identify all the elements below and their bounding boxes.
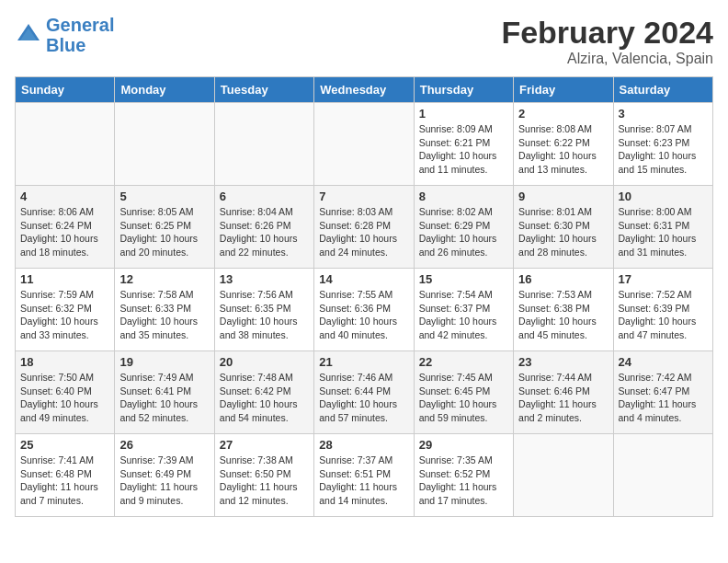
calendar-cell: 11Sunrise: 7:59 AM Sunset: 6:32 PM Dayli… [16, 269, 115, 351]
day-number: 2 [518, 107, 608, 121]
calendar-cell: 18Sunrise: 7:50 AM Sunset: 6:40 PM Dayli… [16, 351, 115, 434]
day-info: Sunrise: 7:59 AM Sunset: 6:32 PM Dayligh… [20, 288, 109, 342]
day-info: Sunrise: 8:06 AM Sunset: 6:24 PM Dayligh… [20, 205, 109, 259]
calendar-week-5: 25Sunrise: 7:41 AM Sunset: 6:48 PM Dayli… [16, 434, 713, 517]
calendar-body: 1Sunrise: 8:09 AM Sunset: 6:21 PM Daylig… [16, 103, 713, 517]
col-friday: Friday [514, 77, 613, 103]
calendar-cell: 26Sunrise: 7:39 AM Sunset: 6:49 PM Dayli… [115, 434, 214, 517]
day-info: Sunrise: 7:55 AM Sunset: 6:36 PM Dayligh… [319, 288, 408, 342]
day-info: Sunrise: 8:03 AM Sunset: 6:28 PM Dayligh… [319, 205, 408, 259]
calendar-week-3: 11Sunrise: 7:59 AM Sunset: 6:32 PM Dayli… [16, 269, 713, 351]
day-info: Sunrise: 7:52 AM Sunset: 6:39 PM Dayligh… [619, 288, 708, 342]
day-number: 26 [119, 438, 209, 452]
day-number: 14 [319, 272, 408, 286]
day-number: 20 [220, 355, 309, 369]
day-number: 28 [319, 438, 408, 452]
day-info: Sunrise: 7:45 AM Sunset: 6:45 PM Dayligh… [419, 371, 508, 425]
day-number: 25 [20, 438, 109, 452]
col-sunday: Sunday [16, 77, 115, 103]
calendar-cell: 16Sunrise: 7:53 AM Sunset: 6:38 PM Dayli… [514, 269, 613, 351]
day-info: Sunrise: 7:41 AM Sunset: 6:48 PM Dayligh… [20, 454, 109, 508]
day-number: 11 [20, 272, 109, 286]
day-info: Sunrise: 7:48 AM Sunset: 6:42 PM Dayligh… [220, 371, 309, 425]
day-number: 5 [119, 190, 209, 203]
day-info: Sunrise: 7:42 AM Sunset: 6:47 PM Dayligh… [619, 371, 708, 425]
day-info: Sunrise: 8:04 AM Sunset: 6:26 PM Dayligh… [220, 205, 309, 259]
day-info: Sunrise: 8:05 AM Sunset: 6:25 PM Dayligh… [119, 205, 209, 259]
day-number: 4 [20, 190, 109, 203]
col-saturday: Saturday [613, 77, 712, 103]
calendar-week-1: 1Sunrise: 8:09 AM Sunset: 6:21 PM Daylig… [16, 103, 713, 186]
calendar-cell [16, 103, 115, 186]
day-info: Sunrise: 7:39 AM Sunset: 6:49 PM Dayligh… [119, 454, 209, 508]
calendar-cell: 19Sunrise: 7:49 AM Sunset: 6:41 PM Dayli… [115, 351, 214, 434]
calendar-cell [214, 103, 313, 186]
calendar-cell: 3Sunrise: 8:07 AM Sunset: 6:23 PM Daylig… [613, 103, 712, 186]
calendar-cell: 6Sunrise: 8:04 AM Sunset: 6:26 PM Daylig… [214, 186, 313, 269]
day-info: Sunrise: 7:50 AM Sunset: 6:40 PM Dayligh… [20, 371, 109, 425]
calendar-cell: 29Sunrise: 7:35 AM Sunset: 6:52 PM Dayli… [414, 434, 513, 517]
day-number: 8 [419, 190, 508, 203]
calendar-header: Sunday Monday Tuesday Wednesday Thursday… [16, 77, 713, 103]
day-info: Sunrise: 7:38 AM Sunset: 6:50 PM Dayligh… [220, 454, 309, 508]
logo-icon [15, 21, 42, 49]
col-wednesday: Wednesday [314, 77, 414, 103]
day-info: Sunrise: 8:00 AM Sunset: 6:31 PM Dayligh… [619, 205, 708, 259]
day-number: 18 [20, 355, 109, 369]
col-thursday: Thursday [414, 77, 513, 103]
calendar-cell: 25Sunrise: 7:41 AM Sunset: 6:48 PM Dayli… [16, 434, 115, 517]
calendar-cell: 22Sunrise: 7:45 AM Sunset: 6:45 PM Dayli… [414, 351, 513, 434]
calendar-cell [613, 434, 712, 517]
calendar-cell: 28Sunrise: 7:37 AM Sunset: 6:51 PM Dayli… [314, 434, 414, 517]
day-number: 12 [119, 272, 209, 286]
calendar-week-4: 18Sunrise: 7:50 AM Sunset: 6:40 PM Dayli… [16, 351, 713, 434]
day-number: 27 [220, 438, 309, 452]
calendar-cell: 17Sunrise: 7:52 AM Sunset: 6:39 PM Dayli… [613, 269, 712, 351]
calendar-cell [314, 103, 414, 186]
calendar-cell [115, 103, 214, 186]
day-info: Sunrise: 7:49 AM Sunset: 6:41 PM Dayligh… [119, 371, 209, 425]
location-subtitle: Alzira, Valencia, Spain [501, 51, 713, 67]
day-info: Sunrise: 7:56 AM Sunset: 6:35 PM Dayligh… [220, 288, 309, 342]
logo-line2: Blue [46, 35, 85, 55]
day-number: 21 [319, 355, 408, 369]
day-number: 3 [619, 107, 708, 121]
day-number: 7 [319, 190, 408, 203]
day-info: Sunrise: 7:35 AM Sunset: 6:52 PM Dayligh… [419, 454, 508, 508]
logo-line1: General [46, 15, 114, 35]
day-info: Sunrise: 7:46 AM Sunset: 6:44 PM Dayligh… [319, 371, 408, 425]
col-monday: Monday [115, 77, 214, 103]
day-info: Sunrise: 8:07 AM Sunset: 6:23 PM Dayligh… [619, 122, 708, 177]
day-info: Sunrise: 7:54 AM Sunset: 6:37 PM Dayligh… [419, 288, 508, 342]
day-number: 24 [619, 355, 708, 369]
day-number: 22 [419, 355, 508, 369]
day-number: 19 [119, 355, 209, 369]
calendar-cell: 13Sunrise: 7:56 AM Sunset: 6:35 PM Dayli… [214, 269, 313, 351]
day-number: 9 [518, 190, 608, 203]
day-number: 13 [220, 272, 309, 286]
calendar-cell: 9Sunrise: 8:01 AM Sunset: 6:30 PM Daylig… [514, 186, 613, 269]
day-number: 23 [518, 355, 608, 369]
day-info: Sunrise: 8:01 AM Sunset: 6:30 PM Dayligh… [518, 205, 608, 259]
calendar-cell [514, 434, 613, 517]
calendar-cell: 4Sunrise: 8:06 AM Sunset: 6:24 PM Daylig… [16, 186, 115, 269]
calendar-cell: 7Sunrise: 8:03 AM Sunset: 6:28 PM Daylig… [314, 186, 414, 269]
calendar-week-2: 4Sunrise: 8:06 AM Sunset: 6:24 PM Daylig… [16, 186, 713, 269]
col-tuesday: Tuesday [214, 77, 313, 103]
day-info: Sunrise: 7:44 AM Sunset: 6:46 PM Dayligh… [518, 371, 608, 425]
calendar-cell: 15Sunrise: 7:54 AM Sunset: 6:37 PM Dayli… [414, 269, 513, 351]
calendar-cell: 14Sunrise: 7:55 AM Sunset: 6:36 PM Dayli… [314, 269, 414, 351]
calendar-cell: 10Sunrise: 8:00 AM Sunset: 6:31 PM Dayli… [613, 186, 712, 269]
calendar-cell: 2Sunrise: 8:08 AM Sunset: 6:22 PM Daylig… [514, 103, 613, 186]
header: General Blue February 2024 Alzira, Valen… [15, 15, 713, 67]
calendar-cell: 27Sunrise: 7:38 AM Sunset: 6:50 PM Dayli… [214, 434, 313, 517]
calendar-cell: 8Sunrise: 8:02 AM Sunset: 6:29 PM Daylig… [414, 186, 513, 269]
day-info: Sunrise: 7:58 AM Sunset: 6:33 PM Dayligh… [119, 288, 209, 342]
calendar-cell: 21Sunrise: 7:46 AM Sunset: 6:44 PM Dayli… [314, 351, 414, 434]
day-info: Sunrise: 8:09 AM Sunset: 6:21 PM Dayligh… [419, 122, 508, 177]
day-number: 1 [419, 107, 508, 121]
day-number: 6 [220, 190, 309, 203]
day-number: 10 [619, 190, 708, 203]
calendar-cell: 1Sunrise: 8:09 AM Sunset: 6:21 PM Daylig… [414, 103, 513, 186]
calendar-cell: 20Sunrise: 7:48 AM Sunset: 6:42 PM Dayli… [214, 351, 313, 434]
